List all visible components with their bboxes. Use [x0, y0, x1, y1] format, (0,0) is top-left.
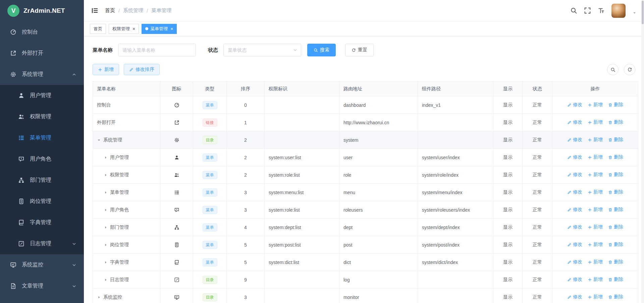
breadcrumb-item[interactable]: 首页 [105, 7, 115, 14]
edit-link[interactable]: 修改 [567, 242, 582, 248]
logo[interactable]: V ZrAdmin.NET [0, 0, 84, 21]
edit-link[interactable]: 修改 [567, 172, 582, 178]
scrollbar-thumb[interactable] [642, 1, 644, 24]
status-field[interactable] [228, 47, 297, 53]
reset-button[interactable]: 重置 [345, 44, 374, 56]
user-icon [18, 92, 24, 99]
add-link[interactable]: 新增 [588, 294, 603, 300]
table-row[interactable]: 用户管理菜单2system:user:listusersystem/user/i… [93, 149, 638, 166]
add-link[interactable]: 新增 [588, 172, 603, 178]
edit-link[interactable]: 修改 [567, 224, 582, 230]
edit-link[interactable]: 修改 [567, 137, 582, 143]
table-row[interactable]: 菜单管理菜单3system:menu:listmenusystem/menu/i… [93, 184, 638, 201]
hamburger-icon[interactable] [91, 7, 98, 14]
menu-name-input[interactable] [118, 44, 196, 56]
chevron-down-icon[interactable] [632, 11, 637, 15]
sidebar-item-article[interactable]: 文章管理 [0, 275, 84, 297]
avatar[interactable] [611, 4, 626, 18]
add-link[interactable]: 新增 [588, 224, 603, 230]
delete-link[interactable]: 删除 [608, 242, 623, 248]
collapse-caret-icon[interactable] [104, 173, 110, 177]
tab-role[interactable]: 权限管理× [109, 24, 139, 34]
sidebar-item-user[interactable]: 用户管理 [0, 85, 84, 106]
toggle-search-button[interactable] [607, 64, 619, 75]
collapse-caret-icon[interactable] [97, 295, 103, 299]
collapse-caret-icon[interactable] [104, 190, 110, 194]
add-link[interactable]: 新增 [588, 102, 603, 108]
delete-link[interactable]: 删除 [608, 102, 623, 108]
fullscreen-icon[interactable] [584, 7, 591, 14]
tab-home[interactable]: 首页 [90, 24, 106, 34]
delete-link[interactable]: 删除 [608, 172, 623, 178]
close-icon[interactable]: × [170, 27, 173, 31]
table-row[interactable]: 系统管理目录2system显示正常修改新增删除 [93, 131, 638, 149]
sidebar-item-roleusers[interactable]: 用户角色 [0, 148, 84, 170]
delete-link[interactable]: 删除 [608, 224, 623, 230]
sort-button[interactable]: 修改排序 [124, 64, 160, 75]
delete-link[interactable]: 删除 [608, 154, 623, 160]
sidebar-item-monitor[interactable]: 系统监控 [0, 254, 84, 275]
sidebar-item-dept[interactable]: 部门管理 [0, 170, 84, 191]
collapse-caret-icon[interactable] [104, 156, 110, 160]
add-link[interactable]: 新增 [588, 189, 603, 195]
edit-link[interactable]: 修改 [567, 189, 582, 195]
sidebar-item-log[interactable]: 日志管理 [0, 233, 84, 254]
edit-link[interactable]: 修改 [567, 154, 582, 160]
table-row[interactable]: 外部打开链接1http://www.izhaorui.cn显示正常修改新增删除 [93, 114, 638, 131]
perm-cell [265, 131, 339, 149]
table-row[interactable]: 系统监控目录3monitor显示正常修改新增删除 [93, 289, 638, 303]
sidebar-item-menu[interactable]: 菜单管理 [0, 127, 84, 148]
menu-name-field[interactable] [122, 47, 192, 53]
collapse-caret-icon[interactable] [104, 260, 110, 264]
table-row[interactable]: 权限管理菜单2system:role:listrolesystem/role/i… [93, 166, 638, 184]
collapse-caret-icon[interactable] [104, 278, 110, 282]
add-link[interactable]: 新增 [588, 259, 603, 265]
status-select[interactable] [223, 44, 301, 56]
collapse-caret-icon[interactable] [104, 208, 110, 212]
table-row[interactable]: 部门管理菜单4system:dept:listdeptsystem/dept/i… [93, 219, 638, 236]
delete-link[interactable]: 删除 [608, 259, 623, 265]
delete-link[interactable]: 删除 [608, 276, 623, 283]
delete-link[interactable]: 删除 [608, 189, 623, 195]
table-row[interactable]: 岗位管理菜单5system:post:listpostsystem/post/i… [93, 236, 638, 254]
sidebar-item-post[interactable]: 岗位管理 [0, 191, 84, 212]
delete-link[interactable]: 删除 [608, 294, 623, 300]
expand-caret-icon[interactable] [97, 138, 103, 142]
table-row[interactable]: 日志管理目录9log显示正常修改新增删除 [93, 271, 638, 289]
add-link[interactable]: 新增 [588, 119, 603, 125]
edit-link[interactable]: 修改 [567, 276, 582, 283]
add-link[interactable]: 新增 [588, 276, 603, 283]
sidebar-item-role[interactable]: 权限管理 [0, 106, 84, 127]
add-link[interactable]: 新增 [588, 154, 603, 160]
edit-link[interactable]: 修改 [567, 207, 582, 213]
sidebar-item-dict[interactable]: 字典管理 [0, 212, 84, 233]
table-row[interactable]: 字典管理菜单5system:dict:listdictsystem/dict/i… [93, 254, 638, 271]
edit-link[interactable]: 修改 [567, 102, 582, 108]
table-refresh-button[interactable] [624, 64, 635, 75]
close-icon[interactable]: × [132, 27, 135, 31]
sidebar-item-system[interactable]: 系统管理 [0, 64, 84, 85]
add-link[interactable]: 新增 [588, 207, 603, 213]
dict-icon [18, 219, 24, 226]
add-button[interactable]: 新增 [93, 64, 119, 75]
collapse-caret-icon[interactable] [104, 243, 110, 247]
delete-link[interactable]: 删除 [608, 137, 623, 143]
delete-link[interactable]: 删除 [608, 119, 623, 125]
search-icon[interactable] [570, 7, 577, 14]
font-size-icon[interactable] [598, 7, 605, 14]
collapse-caret-icon[interactable] [104, 225, 110, 229]
sidebar-item-external[interactable]: 外部打开 [0, 43, 84, 64]
page-scrollbar[interactable] [641, 0, 644, 303]
status-cell: 正常 [523, 184, 552, 201]
sidebar-item-dashboard[interactable]: 控制台 [0, 21, 84, 43]
edit-link[interactable]: 修改 [567, 259, 582, 265]
edit-link[interactable]: 修改 [567, 294, 582, 300]
delete-link[interactable]: 删除 [608, 207, 623, 213]
search-button[interactable]: 搜索 [307, 44, 336, 56]
table-row[interactable]: 控制台菜单0dashboardindex_v1显示正常修改新增删除 [93, 96, 638, 114]
tab-menu[interactable]: 菜单管理× [142, 24, 177, 34]
add-link[interactable]: 新增 [588, 242, 603, 248]
table-row[interactable]: 用户角色菜单3system:role:listroleuserssystem/r… [93, 201, 638, 219]
add-link[interactable]: 新增 [588, 137, 603, 143]
edit-link[interactable]: 修改 [567, 119, 582, 125]
